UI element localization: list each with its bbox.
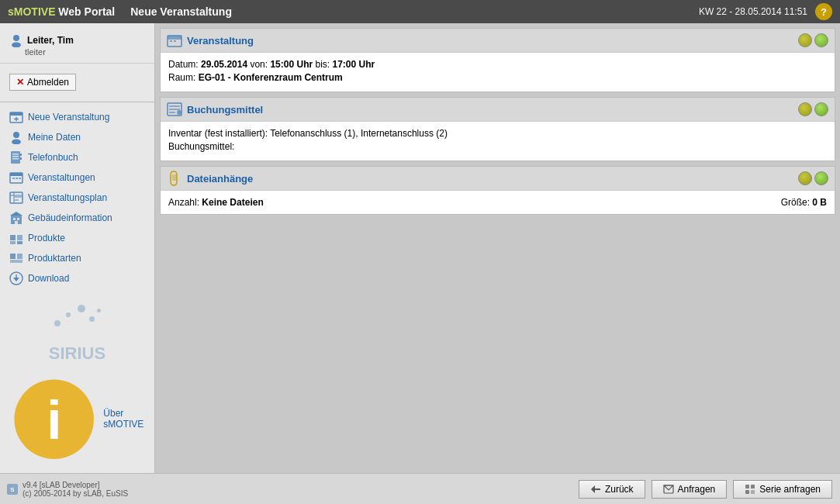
sidebar-label-veranstaltungsplan: Veranstaltungsplan [28, 192, 107, 203]
veranstaltung-icon [167, 33, 182, 48]
plan-icon [9, 191, 23, 205]
footer-copyright: (c) 2005-2014 by sLAB, EuSIS [22, 489, 128, 498]
phone-book-icon [9, 150, 23, 164]
svg-rect-27 [17, 218, 19, 220]
sidebar-label-produkte: Produkte [28, 233, 65, 243]
veranstaltung-body: Datum: 29.05.2014 von: 15:00 Uhr bis: 17… [161, 53, 835, 91]
layout: Leiter, Tim tleiter ✕ Abmelden Neue Vera… [0, 23, 840, 473]
svg-rect-28 [15, 221, 18, 224]
anfragen-button[interactable]: Anfragen [652, 480, 728, 499]
dateianhaenge-section: Dateianhänge Anzahl: Keine Dateien Größe… [160, 166, 835, 215]
inventar-value: Telefonanschluss (1), Internetanschluss … [270, 128, 448, 139]
svg-rect-50 [172, 174, 177, 181]
person-icon [9, 130, 23, 144]
datum-row: Datum: 29.05.2014 von: 15:00 Uhr bis: 17… [168, 59, 827, 70]
logo-text: s [8, 5, 14, 18]
von-value: 15:00 Uhr [270, 59, 313, 70]
svg-rect-22 [15, 196, 22, 198]
svg-rect-29 [10, 235, 16, 240]
svg-rect-60 [751, 490, 755, 494]
zurueck-button[interactable]: Zurück [579, 480, 645, 499]
attachment-icon [167, 171, 182, 186]
download-icon [9, 271, 23, 285]
svg-rect-59 [745, 490, 749, 494]
sidebar-label-neue-veranstaltung: Neue Veranstaltung [28, 112, 109, 123]
sidebar-item-gebaeudeinformation[interactable]: Gebäudeinformation [0, 208, 154, 228]
svg-rect-13 [12, 158, 19, 160]
bis-value: 17:00 Uhr [332, 59, 375, 70]
help-button[interactable]: ? [815, 3, 832, 20]
sidebar-item-produktarten[interactable]: Produktarten [0, 248, 154, 268]
buchungsmittel-header: Buchungsmittel [161, 98, 835, 122]
username: tleiter [9, 47, 145, 57]
request-icon [663, 484, 674, 495]
svg-rect-31 [10, 241, 16, 244]
nav-divider-1 [0, 102, 154, 102]
dot3 [78, 305, 85, 312]
svg-text:i: i [47, 389, 62, 450]
raum-value: EG-01 - Konferenzraum Centrum [199, 72, 343, 83]
dateianhaenge-title: Dateianhänge [187, 173, 253, 185]
products-icon [9, 231, 23, 245]
sidebar-item-veranstaltungsplan[interactable]: Veranstaltungsplan [0, 188, 154, 208]
sidebar-label-veranstaltungen: Veranstaltungen [28, 172, 95, 183]
buchungsmittel-btn-2[interactable] [814, 102, 828, 116]
svg-rect-58 [751, 485, 755, 488]
main-spacer [160, 219, 835, 468]
anzahl-container: Anzahl: Keine Dateien [168, 197, 264, 208]
serie-anfragen-button[interactable]: Serie anfragen [733, 480, 832, 499]
sidebar: Leiter, Tim tleiter ✕ Abmelden Neue Vera… [0, 23, 155, 473]
anfragen-label: Anfragen [678, 484, 716, 495]
sidebar-item-neue-veranstaltung[interactable]: Neue Veranstaltung [0, 107, 154, 127]
sidebar-item-meine-daten[interactable]: Meine Daten [0, 127, 154, 147]
buchungsmittel-label: Buchungsmittel: [168, 141, 234, 152]
sidebar-label-telefonbuch: Telefonbuch [28, 152, 78, 163]
user-display-name: Leiter, Tim [27, 35, 74, 46]
product-types-icon [9, 251, 23, 265]
sirius-dots [47, 297, 109, 343]
svg-rect-33 [10, 254, 16, 259]
svg-rect-3 [10, 112, 22, 116]
sidebar-item-about[interactable]: i Über sMOTIVE [0, 371, 154, 467]
main-content: Veranstaltung Datum: 29.05.2014 von: 15:… [155, 23, 840, 473]
buchungsmittel-section: Buchungsmittel Inventar (fest installier… [160, 97, 835, 161]
sidebar-item-veranstaltungen[interactable]: Veranstaltungen [0, 167, 154, 188]
sidebar-item-download[interactable]: Download [0, 268, 154, 288]
veranstaltung-title-row: Veranstaltung [167, 33, 254, 48]
buchungsmittel-body: Inventar (fest installiert): Telefonansc… [161, 122, 835, 161]
building-icon [9, 211, 23, 225]
logout-label: Abmelden [27, 77, 69, 88]
svg-text:S: S [10, 486, 15, 493]
user-icon [9, 33, 23, 47]
svg-rect-35 [10, 260, 22, 263]
svg-rect-30 [17, 235, 22, 240]
sidebar-item-telefonbuch[interactable]: Telefonbuch [0, 147, 154, 167]
veranstaltung-header: Veranstaltung [161, 29, 835, 53]
app-logo: sMOTIVE Web Portal [8, 5, 115, 18]
groesse-container: Größe: 0 B [781, 197, 827, 208]
svg-rect-54 [594, 488, 600, 490]
logout-button[interactable]: ✕ Abmelden [9, 74, 76, 91]
dateianhaenge-btn-1[interactable] [798, 171, 812, 185]
svg-rect-18 [19, 178, 21, 179]
dot2 [66, 312, 71, 317]
svg-point-6 [13, 132, 19, 138]
veranstaltung-btn-1[interactable] [798, 33, 812, 47]
buchungsmittel-title-row: Buchungsmittel [167, 102, 263, 117]
svg-rect-23 [15, 199, 19, 201]
calendar-icon [9, 171, 23, 185]
dateianhaenge-btn-2[interactable] [814, 171, 828, 185]
svg-rect-11 [12, 154, 19, 155]
svg-rect-43 [170, 40, 172, 42]
buchungsmittel-btn-1[interactable] [798, 102, 812, 116]
svg-rect-57 [745, 485, 749, 488]
datum-value: 29.05.2014 [201, 59, 247, 70]
dateianhaenge-header: Dateianhänge [161, 167, 835, 191]
dot5 [97, 309, 101, 312]
veranstaltung-controls [798, 33, 828, 47]
sidebar-item-produkte[interactable]: Produkte [0, 228, 154, 248]
footer-logo-icon: S [6, 483, 19, 495]
sidebar-label-about: Über sMOTIVE [103, 408, 145, 430]
veranstaltung-btn-2[interactable] [814, 33, 828, 47]
veranstaltung-title: Veranstaltung [187, 35, 254, 47]
